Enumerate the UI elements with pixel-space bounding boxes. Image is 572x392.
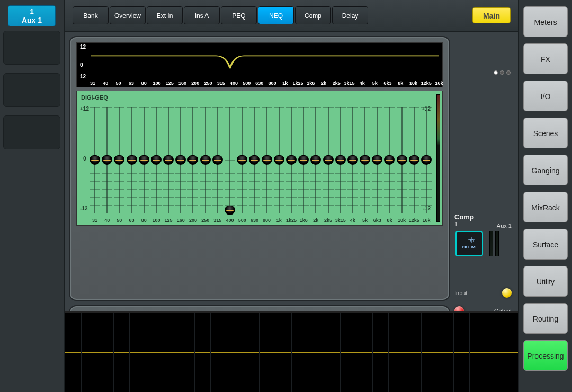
geq-band-fader[interactable] [398,107,406,213]
curve-y-tick: 12 [80,44,86,50]
geq-freq-label: 1k25 [286,218,297,223]
svg-text:PK: PK [462,245,468,250]
menu-ganging[interactable]: Ganging [523,155,568,185]
geq-freq-label: 31 [92,218,97,223]
menu-i-o[interactable]: I/O [523,81,568,111]
channel-slot[interactable] [3,115,60,149]
geq-freq-label: 160 [177,218,185,223]
geq-freq-label: 400 [226,218,234,223]
geq-band-fader[interactable] [325,107,332,213]
curve-y-tick: 12 [80,74,86,79]
geq-band-fader[interactable] [361,107,369,213]
menu-utility[interactable]: Utility [523,266,568,297]
geq-freq-label: 500 [238,218,246,223]
menu-surface[interactable]: Surface [523,229,568,260]
freq-tick: 31 [90,81,95,86]
geq-freq-label: 63 [129,218,135,223]
tab-ins-a[interactable]: Ins A [184,6,220,24]
menu-meters[interactable]: Meters [523,6,568,37]
geq-band-fader[interactable] [410,107,418,213]
menu-processing[interactable]: Processing [523,340,568,371]
geq-band-fader[interactable] [263,107,271,213]
freq-tick: 6k3 [384,81,392,86]
selected-channel-chip[interactable]: 1 Aux 1 [8,5,56,26]
geq-freq-label: 125 [165,218,173,223]
geq-freq-label: 6k3 [373,218,381,223]
geq-band-fader[interactable] [165,107,172,213]
geq-band-fader[interactable] [373,107,381,213]
geq-band-fader[interactable] [275,107,283,213]
geq-band-fader[interactable] [251,107,258,213]
side-info-strip: Comp 1 Aux 1 PK LIM 76 [454,69,512,316]
freq-tick: 63 [129,81,134,86]
geq-band-fader[interactable] [349,107,356,213]
tab-ext-in[interactable]: Ext In [147,6,183,24]
freq-tick: 5k [372,81,378,86]
comp-thumbnail[interactable]: PK LIM 76 [455,231,483,256]
geq-freq-label: 4k [350,218,355,223]
processing-body: Comp 1 Aux 1 PK LIM 76 [65,32,518,392]
geq-band-fader[interactable] [300,107,307,213]
menu-scenes[interactable]: Scenes [523,118,568,148]
freq-tick: 80 [141,81,147,86]
geq-freq-label: 50 [117,218,122,223]
geq-freq-label: 80 [141,218,147,223]
tab-bank[interactable]: Bank [73,6,109,24]
freq-tick: 16k [435,81,443,86]
comp-aux-label: Aux 1 [497,222,512,229]
geq-band-fader[interactable] [202,107,209,213]
tab-comp[interactable]: Comp [295,6,331,24]
freq-tick: 10k [409,81,417,86]
geq-band-fader[interactable] [115,107,123,213]
geq-band-fader[interactable] [337,107,344,213]
freq-tick: 100 [153,81,161,86]
geq-band-fader[interactable] [128,107,136,213]
main-area: BankOverviewExt InIns APEQNEQCompDelay M… [65,0,518,392]
geq-band-fader[interactable] [140,107,148,213]
geq-band-fader[interactable] [103,107,111,213]
page-dots[interactable] [454,69,512,76]
geq-freq-label: 2k5 [324,218,332,223]
geq-band-fader[interactable] [91,107,99,213]
geq-axis-bot: -12 [80,206,87,211]
freq-tick: 1k [282,81,288,86]
eq-curve-preview[interactable]: 12 0 12 31405063801001251602002503154005… [76,42,443,87]
geq-freq-label: 630 [251,218,258,223]
gain-reduction-meter [436,94,440,222]
svg-text:LIM: LIM [468,245,476,250]
channel-number: 1 [30,7,33,15]
input-label: Input [454,290,467,296]
channel-slot[interactable] [3,73,60,107]
menu-routing[interactable]: Routing [523,303,568,334]
menu-mixrack[interactable]: MixRack [523,192,568,222]
tab-delay[interactable]: Delay [332,6,368,24]
tab-neq[interactable]: NEQ [258,6,294,24]
geq-band-fader[interactable] [226,107,234,213]
geq-band-fader[interactable] [153,107,160,213]
tab-overview[interactable]: Overview [110,6,146,24]
geq-freq-label: 1k [276,218,282,223]
geq-freq-label: 10k [398,218,406,223]
input-knob-icon[interactable] [502,288,512,298]
geq-band-fader[interactable] [312,107,319,213]
geq-band-fader[interactable] [189,107,196,213]
tab-peq[interactable]: PEQ [221,6,257,24]
main-button[interactable]: Main [472,7,511,23]
processing-tabs-bar: BankOverviewExt InIns APEQNEQCompDelay M… [65,0,518,32]
freq-tick: 800 [269,81,276,86]
freq-tick: 1k6 [307,81,315,86]
menu-fx[interactable]: FX [523,43,568,74]
geq-band-fader[interactable] [423,107,430,213]
geq-model-label: DiGi-GEQ [81,94,108,101]
channel-slot[interactable] [3,31,60,65]
geq-band-fader[interactable] [177,107,184,213]
geq-band-fader[interactable] [238,107,246,213]
geq-band-fader[interactable] [214,107,221,213]
freq-tick: 4k [360,81,365,86]
geq-freq-label: 16k [422,218,430,223]
geq-axis-top: +12 [80,106,89,112]
geq-band-fader[interactable] [288,107,295,213]
geq-freq-label: 315 [213,218,221,223]
right-main-menu: MetersFXI/OScenesGangingMixRackSurfaceUt… [518,0,572,392]
geq-band-fader[interactable] [386,107,393,213]
